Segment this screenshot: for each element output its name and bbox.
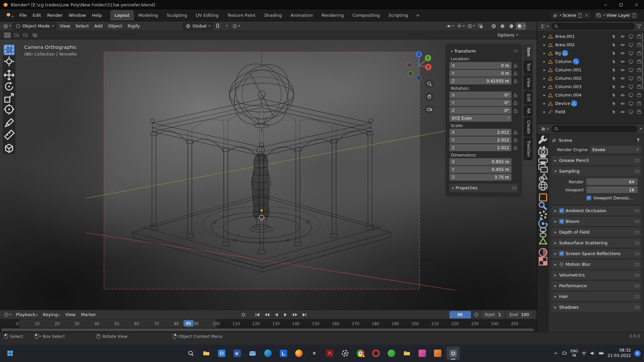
viewport-menu-add[interactable]: Add bbox=[92, 22, 105, 30]
menu-render[interactable]: Render bbox=[44, 11, 65, 19]
rotation-mode-dropdown[interactable]: XYZ Euler▾ bbox=[449, 115, 512, 122]
n-panel-tab-ra[interactable]: RA bbox=[524, 105, 533, 117]
panel-checkbox[interactable]: ✓ bbox=[559, 251, 564, 256]
taskbar-opera-icon[interactable] bbox=[369, 347, 383, 360]
panel-shadows[interactable]: ▸Shadows bbox=[551, 303, 641, 312]
outliner-row[interactable]: ▸Column.003 bbox=[537, 82, 644, 91]
workspace-tab-rendering[interactable]: Rendering bbox=[317, 10, 348, 20]
panel-drag-handle[interactable] bbox=[635, 231, 639, 234]
properties-tab-world[interactable] bbox=[537, 182, 549, 190]
battery-icon[interactable] bbox=[599, 351, 604, 356]
properties-subpanel-header[interactable]: ▸Properties bbox=[449, 184, 518, 192]
object-visibility-button[interactable]: ▾ bbox=[445, 22, 455, 30]
snap-toggle-button[interactable] bbox=[214, 22, 222, 30]
taskbar-chrome-icon[interactable] bbox=[354, 347, 367, 360]
lock-icon[interactable] bbox=[513, 130, 518, 135]
play-button[interactable] bbox=[281, 311, 290, 318]
filter-icon[interactable] bbox=[636, 24, 642, 29]
panel-drag-handle[interactable] bbox=[635, 170, 639, 173]
tool-cursor[interactable] bbox=[3, 56, 15, 67]
playhead-frame-label[interactable]: 86 bbox=[183, 320, 194, 326]
expand-arrow-icon[interactable]: ▸ bbox=[542, 110, 547, 114]
outliner-row[interactable]: ▸Column.002 bbox=[537, 74, 644, 82]
pan-hand-button[interactable] bbox=[425, 92, 434, 101]
lock-icon[interactable] bbox=[513, 108, 518, 113]
lock-icon[interactable] bbox=[513, 71, 518, 76]
expand-arrow-icon[interactable]: ▸ bbox=[542, 93, 547, 97]
shading-solid-button[interactable] bbox=[498, 22, 506, 30]
expand-arrow-icon[interactable]: ▾ bbox=[553, 169, 558, 173]
properties-editor-type-button[interactable]: ▾ bbox=[540, 125, 550, 133]
panel-grease-pencil[interactable]: ▸Grease Pencil bbox=[551, 156, 641, 165]
expand-arrow-icon[interactable]: ▸ bbox=[542, 51, 547, 55]
frame-end-field[interactable]: End100 bbox=[506, 311, 532, 318]
rotation-y-field[interactable]: Y0° bbox=[449, 99, 512, 106]
menu-window[interactable]: Window bbox=[66, 11, 89, 19]
xray-toggle-button[interactable] bbox=[477, 22, 485, 30]
tool-add-cube[interactable] bbox=[3, 142, 15, 154]
sampling-viewport-field[interactable]: 16 bbox=[586, 186, 638, 193]
workspace-tab-scripting[interactable]: Scripting bbox=[384, 10, 412, 20]
tool-transform[interactable] bbox=[3, 104, 15, 115]
shading-material-button[interactable] bbox=[507, 22, 515, 30]
lock-icon[interactable] bbox=[513, 93, 518, 98]
taskbar-mail-icon[interactable] bbox=[246, 347, 259, 360]
show-overlays-button[interactable]: ▾ bbox=[466, 22, 476, 30]
panel-drag-handle[interactable] bbox=[635, 263, 639, 266]
outliner-editor-type-button[interactable]: ▾ bbox=[540, 23, 550, 30]
outliner-scrollbar[interactable] bbox=[642, 33, 643, 90]
taskbar-app-pink-icon[interactable] bbox=[416, 347, 429, 360]
current-frame-field[interactable]: 86 bbox=[449, 311, 471, 318]
sampling-render-field[interactable]: 64 bbox=[586, 178, 638, 185]
outliner-row[interactable]: ▸Field bbox=[537, 108, 644, 116]
frame-start-field[interactable]: Start1 bbox=[482, 311, 504, 318]
expand-arrow-icon[interactable]: ▸ bbox=[542, 68, 547, 72]
expand-arrow-icon[interactable]: ▸ bbox=[542, 60, 547, 63]
location-y-field[interactable]: Y0 m bbox=[449, 70, 512, 77]
taskbar-code-icon[interactable] bbox=[215, 347, 228, 360]
panel-drag-handle[interactable] bbox=[635, 274, 639, 277]
outliner-row[interactable]: ▸Column.001 bbox=[537, 66, 644, 74]
panel-motion-blur[interactable]: ▸Motion Blur bbox=[551, 260, 641, 269]
show-gizmo-button[interactable]: ▾ bbox=[455, 22, 466, 30]
taskbar-app-blue-l-icon[interactable] bbox=[277, 347, 290, 360]
next-keyframe-button[interactable] bbox=[291, 311, 300, 318]
wifi-icon[interactable] bbox=[581, 351, 587, 356]
expand-arrow-icon[interactable]: ▸ bbox=[553, 209, 558, 213]
taskbar-app-green-icon[interactable] bbox=[385, 347, 398, 360]
taskbar-word-icon[interactable] bbox=[230, 347, 244, 360]
location-z-field[interactable]: Z0.41555 m bbox=[449, 77, 512, 84]
panel-hair[interactable]: ▸Hair bbox=[551, 292, 641, 301]
clock[interactable]: 08:32 21-03-2022 bbox=[607, 348, 631, 358]
n-panel-tab-item[interactable]: Item bbox=[524, 44, 533, 59]
workspace-tab-uv-editing[interactable]: UV Editing bbox=[192, 10, 223, 20]
timeline-menu-keying[interactable]: Keying▾ bbox=[40, 311, 62, 318]
outliner-row[interactable]: ▸Device bbox=[537, 99, 644, 108]
expand-arrow-icon[interactable]: ▸ bbox=[542, 35, 547, 38]
auto-key-button[interactable] bbox=[239, 311, 248, 318]
expand-arrow-icon[interactable]: ▸ bbox=[553, 273, 558, 277]
tool-rotate[interactable] bbox=[3, 81, 15, 92]
panel-subsurface-scattering[interactable]: ▸Subsurface Scattering bbox=[551, 238, 641, 247]
light-gizmo[interactable] bbox=[105, 264, 117, 276]
select-mode-subtract-button[interactable] bbox=[21, 32, 30, 39]
timeline-menu-view[interactable]: View bbox=[62, 311, 78, 318]
pin-icon[interactable] bbox=[636, 137, 641, 143]
select-mode-new-button[interactable] bbox=[3, 32, 11, 39]
taskbar-active-app-icon[interactable] bbox=[446, 347, 460, 360]
3d-viewport[interactable]: Camera Orthographic (86) Collection | Ye… bbox=[0, 40, 537, 310]
expand-arrow-icon[interactable]: ▸ bbox=[553, 230, 558, 234]
mode-dropdown[interactable]: Object Mode ▾ bbox=[13, 22, 56, 30]
tool-measure[interactable] bbox=[3, 129, 15, 140]
tool-select-box[interactable] bbox=[3, 44, 15, 55]
expand-arrow-icon[interactable]: ▸ bbox=[553, 284, 558, 288]
outliner-row[interactable]: ▸Area.002 bbox=[537, 41, 644, 49]
panel-drag-handle[interactable] bbox=[635, 252, 639, 255]
panel-drag-handle[interactable] bbox=[513, 49, 518, 53]
location-x-field[interactable]: X0 m bbox=[449, 62, 512, 69]
add-workspace-button[interactable]: + bbox=[412, 10, 423, 20]
taskbar-folder-icon[interactable] bbox=[400, 347, 414, 360]
dimensions-x-field[interactable]: X0.955 m bbox=[449, 158, 512, 165]
transform-panel-header[interactable]: ▾Transform bbox=[449, 47, 518, 55]
scale-z-field[interactable]: Z2.012 bbox=[449, 144, 512, 151]
